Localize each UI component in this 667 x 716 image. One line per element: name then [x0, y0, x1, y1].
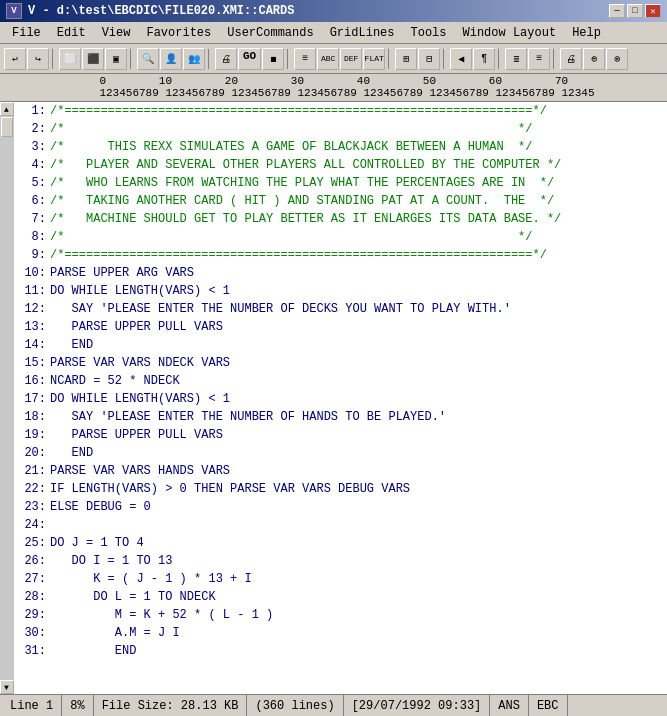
- line-number: 14:: [14, 338, 50, 352]
- table-row: 23:ELSE DEBUG = 0: [14, 498, 667, 516]
- toolbar-sep7: [498, 49, 502, 69]
- line-number: 6:: [14, 194, 50, 208]
- line-content: PARSE UPPER ARG VARS: [50, 266, 194, 280]
- scroll-thumb[interactable]: [1, 117, 13, 137]
- toolbar-flat[interactable]: FLAT: [363, 48, 385, 70]
- toolbar-sep3: [208, 49, 212, 69]
- line-content: IF LENGTH(VARS) > 0 THEN PARSE VAR VARS …: [50, 482, 410, 496]
- title-bar-left: V V - d:\test\EBCDIC\FILE020.XMI::CARDS: [6, 3, 294, 19]
- minimize-button[interactable]: ─: [609, 4, 625, 18]
- toolbar-btn3[interactable]: ▣: [105, 48, 127, 70]
- toolbar-sep5: [388, 49, 392, 69]
- table-row: 8:/* */: [14, 228, 667, 246]
- line-number: 2:: [14, 122, 50, 136]
- toolbar-left[interactable]: ◀: [450, 48, 472, 70]
- table-row: 1:/*====================================…: [14, 102, 667, 120]
- toolbar-new[interactable]: ↩: [4, 48, 26, 70]
- menu-gridlines[interactable]: GridLines: [322, 24, 403, 42]
- scroll-track[interactable]: [0, 116, 14, 680]
- menu-window-layout[interactable]: Window Layout: [455, 24, 565, 42]
- line-content: M = K + 52 * ( L - 1 ): [50, 608, 273, 622]
- line-number: 12:: [14, 302, 50, 316]
- line-number: 23:: [14, 500, 50, 514]
- close-button[interactable]: ✕: [645, 4, 661, 18]
- toolbar-lines[interactable]: ≣: [505, 48, 527, 70]
- line-number: 21:: [14, 464, 50, 478]
- vertical-scrollbar[interactable]: ▲ ▼: [0, 102, 14, 694]
- app-icon: V: [6, 3, 22, 19]
- toolbar-printer[interactable]: 🖨: [215, 48, 237, 70]
- line-number: 29:: [14, 608, 50, 622]
- toolbar-def[interactable]: DEF: [340, 48, 362, 70]
- line-content: SAY 'PLEASE ENTER THE NUMBER OF HANDS TO…: [50, 410, 446, 424]
- line-content: DO WHILE LENGTH(VARS) < 1: [50, 284, 230, 298]
- table-row: 26: DO I = 1 TO 13: [14, 552, 667, 570]
- table-row: 20: END: [14, 444, 667, 462]
- toolbar-align[interactable]: ⊞: [395, 48, 417, 70]
- table-row: 5:/* WHO LEARNS FROM WATCHING THE PLAY W…: [14, 174, 667, 192]
- scroll-down-arrow[interactable]: ▼: [0, 680, 14, 694]
- code-area: 1:/*====================================…: [14, 102, 667, 694]
- line-content: /* */: [50, 230, 532, 244]
- table-row: 25:DO J = 1 TO 4: [14, 534, 667, 552]
- toolbar-btn1[interactable]: ⬜: [59, 48, 81, 70]
- toolbar-text1[interactable]: ≡: [294, 48, 316, 70]
- toolbar-extra1[interactable]: ⊕: [583, 48, 605, 70]
- maximize-button[interactable]: □: [627, 4, 643, 18]
- toolbar-align2[interactable]: ⊟: [418, 48, 440, 70]
- toolbar-search[interactable]: 🔍: [137, 48, 159, 70]
- line-number: 11:: [14, 284, 50, 298]
- status-lines: (360 lines): [247, 695, 343, 716]
- line-number: 15:: [14, 356, 50, 370]
- line-content: END: [50, 446, 93, 460]
- toolbar-open[interactable]: ↪: [27, 48, 49, 70]
- line-number: 31:: [14, 644, 50, 658]
- menu-file[interactable]: File: [4, 24, 49, 42]
- line-number: 7:: [14, 212, 50, 226]
- toolbar-sep1: [52, 49, 56, 69]
- menu-bar: File Edit View Favorites UserCommands Gr…: [0, 22, 667, 44]
- status-mode1: ANS: [490, 695, 529, 716]
- toolbar-user[interactable]: 👤: [160, 48, 182, 70]
- toolbar-stop[interactable]: ◼: [262, 48, 284, 70]
- table-row: 11:DO WHILE LENGTH(VARS) < 1: [14, 282, 667, 300]
- table-row: 10:PARSE UPPER ARG VARS: [14, 264, 667, 282]
- title-bar: V V - d:\test\EBCDIC\FILE020.XMI::CARDS …: [0, 0, 667, 22]
- toolbar-print2[interactable]: 🖨: [560, 48, 582, 70]
- menu-view[interactable]: View: [94, 24, 139, 42]
- toolbar-abc[interactable]: ABC: [317, 48, 339, 70]
- table-row: 3:/* THIS REXX SIMULATES A GAME OF BLACK…: [14, 138, 667, 156]
- line-number: 9:: [14, 248, 50, 262]
- line-content: PARSE VAR VARS HANDS VARS: [50, 464, 230, 478]
- line-content: /* MACHINE SHOULD GET TO PLAY BETTER AS …: [50, 212, 561, 226]
- status-bar: Line 1 8% File Size: 28.13 KB (360 lines…: [0, 694, 667, 716]
- toolbar-lines2[interactable]: ≡: [528, 48, 550, 70]
- line-number: 16:: [14, 374, 50, 388]
- line-content: END: [50, 644, 136, 658]
- toolbar-btn2[interactable]: ⬛: [82, 48, 104, 70]
- line-content: END: [50, 338, 93, 352]
- table-row: 2:/* */: [14, 120, 667, 138]
- line-content: DO I = 1 TO 13: [50, 554, 172, 568]
- line-content: DO L = 1 TO NDECK: [50, 590, 216, 604]
- line-number: 13:: [14, 320, 50, 334]
- table-row: 18: SAY 'PLEASE ENTER THE NUMBER OF HAND…: [14, 408, 667, 426]
- line-number: 8:: [14, 230, 50, 244]
- toolbar-para[interactable]: ¶: [473, 48, 495, 70]
- status-percent: 8%: [62, 695, 93, 716]
- menu-help[interactable]: Help: [564, 24, 609, 42]
- toolbar-go[interactable]: GO: [238, 48, 261, 70]
- toolbar-extra2[interactable]: ⊗: [606, 48, 628, 70]
- table-row: 12: SAY 'PLEASE ENTER THE NUMBER OF DECK…: [14, 300, 667, 318]
- table-row: 22:IF LENGTH(VARS) > 0 THEN PARSE VAR VA…: [14, 480, 667, 498]
- line-number: 4:: [14, 158, 50, 172]
- table-row: 31: END: [14, 642, 667, 660]
- status-line: Line 1: [6, 695, 62, 716]
- menu-usercommands[interactable]: UserCommands: [219, 24, 321, 42]
- menu-tools[interactable]: Tools: [402, 24, 454, 42]
- menu-edit[interactable]: Edit: [49, 24, 94, 42]
- menu-favorites[interactable]: Favorites: [138, 24, 219, 42]
- table-row: 17:DO WHILE LENGTH(VARS) < 1: [14, 390, 667, 408]
- scroll-up-arrow[interactable]: ▲: [0, 102, 14, 116]
- toolbar-user2[interactable]: 👥: [183, 48, 205, 70]
